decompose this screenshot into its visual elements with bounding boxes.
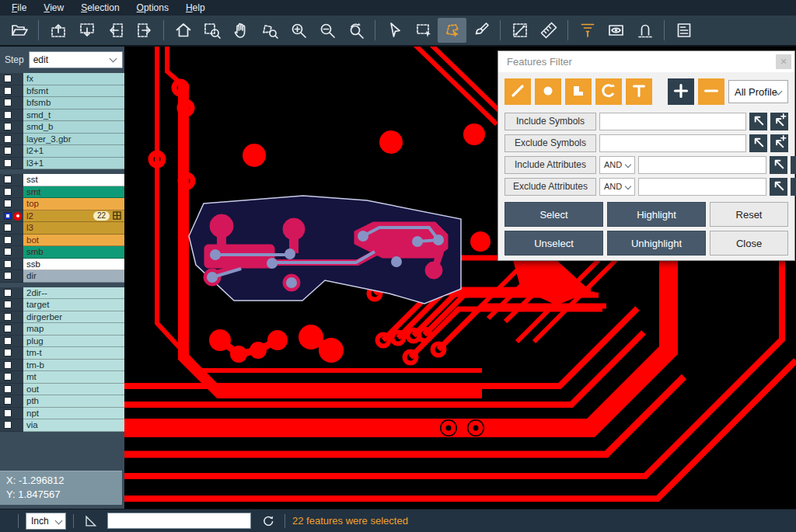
layer-row-smb[interactable]: smb: [0, 246, 124, 259]
layer-name-bar[interactable]: 2dir--: [23, 287, 124, 300]
menu-options[interactable]: Options: [128, 1, 177, 15]
layer-name-bar[interactable]: via: [23, 419, 124, 432]
active-layer-indicator[interactable]: [13, 212, 22, 221]
include-attributes-pick-add-button[interactable]: [791, 156, 796, 174]
step-select[interactable]: edit: [29, 51, 123, 68]
layer-row-dir[interactable]: dir: [0, 270, 124, 283]
layers-form-button[interactable]: [669, 18, 698, 43]
unselect-button[interactable]: Unselect: [504, 231, 603, 256]
layer-checkbox[interactable]: [4, 135, 12, 143]
layer-name-bar[interactable]: bot: [23, 235, 124, 247]
filter-type-surface-button[interactable]: [565, 78, 592, 105]
zoom-previous-button[interactable]: [341, 18, 370, 43]
layer-checkbox[interactable]: [4, 397, 12, 405]
close-icon[interactable]: ✕: [776, 54, 791, 69]
exclude-symbols-button[interactable]: Exclude Symbols: [504, 134, 596, 152]
select-rectangle-button[interactable]: [409, 18, 438, 43]
unhighlight-button[interactable]: Unhighlight: [607, 231, 706, 256]
include-symbols-pick-add-button[interactable]: [770, 113, 788, 130]
layer-checkbox[interactable]: [4, 301, 12, 308]
exclude-symbols-pick-add-button[interactable]: [770, 134, 788, 152]
layer-name-bar[interactable]: smt: [23, 186, 124, 199]
layer-checkbox[interactable]: [4, 236, 12, 244]
layer-row-ssb[interactable]: ssb: [0, 259, 124, 271]
open-folder-button[interactable]: [5, 18, 33, 43]
layer-name-bar[interactable]: bfsmb: [23, 97, 124, 110]
layer-checkbox[interactable]: [4, 188, 12, 196]
highlight-button[interactable]: Highlight: [607, 202, 706, 227]
zoom-in-button[interactable]: [284, 18, 312, 43]
layer-row-tm-t[interactable]: tm-t: [0, 347, 124, 360]
unit-select[interactable]: Inch: [26, 513, 66, 530]
layer-checkbox[interactable]: [4, 260, 12, 268]
include-attributes-button[interactable]: Include Attributes: [504, 156, 596, 174]
layer-row-target[interactable]: target: [0, 299, 124, 311]
layer-name-bar[interactable]: fx: [23, 73, 124, 85]
layer-name-bar[interactable]: smd_t: [23, 110, 124, 122]
menu-help[interactable]: Help: [177, 1, 214, 15]
include-attributes-logic-select[interactable]: AND: [599, 156, 635, 174]
layer-row-l3+1[interactable]: l3+1: [0, 158, 124, 170]
include-attributes-pick-button[interactable]: [770, 156, 787, 174]
layer-row-smd_t[interactable]: smd_t: [0, 110, 124, 122]
layer-row-dirgerber[interactable]: dirgerber: [0, 311, 124, 324]
layer-row-top[interactable]: top: [0, 198, 124, 210]
layer-name-bar[interactable]: plug: [23, 336, 124, 348]
pan-hand-button[interactable]: [226, 18, 255, 43]
menu-view[interactable]: View: [35, 1, 72, 15]
layer-name-bar[interactable]: smb: [23, 246, 124, 259]
layer-row-smd_b[interactable]: smd_b: [0, 121, 124, 134]
zoom-out-button[interactable]: [312, 18, 341, 43]
exclude-attributes-pick-add-button[interactable]: [791, 178, 796, 196]
command-input[interactable]: [107, 513, 251, 529]
layer-row-via[interactable]: via: [0, 419, 124, 432]
layer-row-map[interactable]: map: [0, 323, 124, 336]
layer-name-bar[interactable]: bfsmt: [23, 85, 124, 98]
dialog-titlebar[interactable]: Features Filter ✕: [498, 51, 794, 72]
features-filter-button[interactable]: [573, 18, 602, 43]
layer-checkbox[interactable]: [4, 409, 12, 417]
layer-checkbox[interactable]: [4, 421, 12, 429]
layer-checkbox[interactable]: [4, 289, 12, 297]
layer-row-l2[interactable]: l222: [0, 210, 124, 223]
send-right-button[interactable]: [130, 18, 159, 43]
layer-name-bar[interactable]: target: [23, 299, 124, 311]
layer-row-bot[interactable]: bot: [0, 235, 124, 247]
layer-row-layer_3.gbr[interactable]: layer_3.gbr: [0, 134, 124, 146]
menu-selection[interactable]: Selection: [72, 1, 127, 15]
layer-checkbox[interactable]: [4, 385, 12, 393]
layer-checkbox[interactable]: [4, 212, 12, 220]
layer-name-bar[interactable]: dir: [23, 270, 124, 283]
polarity-negative-button[interactable]: [698, 78, 724, 105]
reset-button[interactable]: Reset: [710, 202, 788, 227]
filter-type-line-button[interactable]: [504, 78, 531, 105]
layer-row-sst[interactable]: sst: [0, 174, 124, 186]
filter-type-pad-button[interactable]: [535, 78, 561, 105]
layer-name-bar[interactable]: sst: [23, 174, 124, 186]
layer-row-bfsmt[interactable]: bfsmt: [0, 85, 124, 98]
layer-row-npt[interactable]: npt: [0, 408, 124, 420]
layer-checkbox[interactable]: [4, 361, 12, 369]
layer-name-bar[interactable]: tm-t: [23, 347, 124, 360]
zoom-polygon-button[interactable]: [255, 18, 284, 43]
ruler-button[interactable]: [534, 18, 563, 43]
layer-checkbox[interactable]: [4, 159, 12, 167]
layer-name-bar[interactable]: smd_b: [23, 121, 124, 134]
layer-checkbox[interactable]: [4, 200, 12, 207]
exclude-attributes-pick-button[interactable]: [770, 178, 787, 196]
layer-checkbox[interactable]: [4, 325, 12, 332]
include-symbols-button[interactable]: Include Symbols: [504, 113, 596, 130]
layer-name-bar[interactable]: npt: [23, 408, 124, 420]
layer-checkbox[interactable]: [4, 87, 12, 95]
layer-checkbox[interactable]: [4, 272, 12, 280]
exclude-attributes-button[interactable]: Exclude Attributes: [504, 178, 596, 196]
layer-checkbox[interactable]: [4, 123, 12, 130]
exclude-attributes-logic-select[interactable]: AND: [599, 178, 635, 196]
include-symbols-pick-button[interactable]: [749, 113, 767, 130]
include-symbols-input[interactable]: [599, 113, 746, 130]
layer-row-l2+1[interactable]: l2+1: [0, 145, 124, 158]
layer-row-pth[interactable]: pth: [0, 395, 124, 408]
profile-select[interactable]: All Profile: [728, 80, 788, 103]
filter-type-text-button[interactable]: [626, 78, 652, 105]
layer-name-bar[interactable]: pth: [23, 395, 124, 408]
